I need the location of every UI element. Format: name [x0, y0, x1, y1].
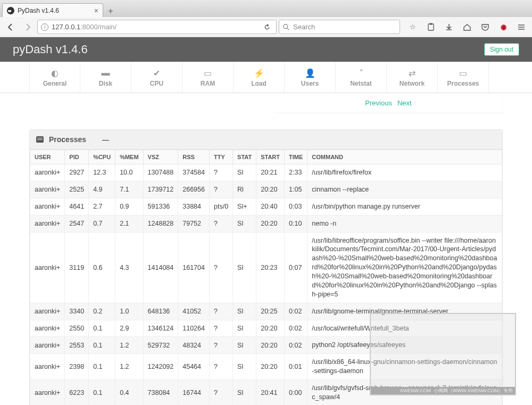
back-button[interactable] [3, 20, 18, 35]
nav-load[interactable]: ⚡Load [234, 62, 285, 93]
cell-cpu: 12.3 [89, 164, 115, 181]
sign-out-button[interactable]: Sign out [484, 43, 519, 56]
cell-mem: 0.4 [115, 380, 143, 406]
cell-cmd: /usr/bin/python manage.py runserver [307, 198, 502, 215]
cell-stat: Sl [233, 354, 256, 380]
browser-tab-bar: PyDash v1.4.6 × + [0, 0, 532, 17]
cell-vsz: 1307488 [143, 164, 178, 181]
panel-title: Processes [49, 135, 86, 144]
upper-pager-previous[interactable]: Previous [365, 99, 392, 107]
col-pid: PID [65, 150, 89, 164]
upper-pager-next[interactable]: Next [397, 99, 412, 107]
cell-cpu: 0.1 [89, 354, 115, 380]
nav-general[interactable]: ◐General [29, 62, 80, 93]
nav-network[interactable]: ⇄Network [387, 62, 438, 93]
svg-point-0 [284, 24, 288, 28]
cell-cmd: cinnamon --replace [307, 181, 502, 198]
cell-mem: 0.9 [115, 198, 143, 215]
col-vsz: VSZ [143, 150, 178, 164]
search-bar[interactable]: Search [279, 20, 400, 34]
info-icon[interactable]: i [41, 23, 48, 31]
reload-icon[interactable] [261, 23, 273, 31]
nav-netstat[interactable]: ˅Netstat [336, 62, 387, 93]
cell-stat: Sl [233, 320, 256, 337]
pinterest-icon[interactable]: ◉ [496, 20, 511, 35]
svg-rect-3 [430, 23, 433, 24]
cell-cpu: 0.1 [89, 337, 115, 354]
check-icon: ✔ [131, 68, 182, 78]
new-tab-button[interactable]: + [104, 5, 117, 17]
forward-button[interactable] [20, 20, 35, 35]
cell-rss: 48324 [178, 337, 210, 354]
cell-cpu: 0.2 [89, 303, 115, 320]
cell-pid: 3340 [65, 303, 89, 320]
tab-favicon [7, 7, 14, 14]
cell-start: 20:40 [256, 198, 285, 215]
cell-user: aaronki+ [30, 232, 65, 303]
cell-tty: ? [209, 215, 232, 232]
nav-users[interactable]: 👤Users [285, 62, 336, 93]
cell-cpu: 0.1 [89, 380, 115, 406]
home-icon[interactable] [460, 20, 475, 35]
cell-tty: ? [209, 320, 232, 337]
nav-cpu[interactable]: ✔CPU [131, 62, 182, 93]
cell-mem: 1.2 [115, 354, 143, 380]
col-rss: RSS [178, 150, 210, 164]
cell-pid: 6223 [65, 380, 89, 406]
clipboard-icon[interactable] [423, 20, 438, 35]
browser-tab[interactable]: PyDash v1.4.6 × [2, 3, 103, 17]
cell-rss: 161704 [178, 232, 210, 303]
cell-rss: 16744 [178, 380, 210, 406]
nav-ram[interactable]: ▭RAM [182, 62, 234, 93]
cell-rss: 79752 [178, 215, 210, 232]
pocket-icon[interactable] [478, 20, 493, 35]
col-stat: STAT [233, 150, 256, 164]
svg-line-1 [287, 28, 289, 30]
cell-tty: ? [209, 164, 232, 181]
url-bar[interactable]: i 127.0.0.1:8000/main/ [37, 20, 277, 34]
downloads-icon[interactable] [442, 20, 456, 35]
bookmark-star-icon[interactable]: ☆ [405, 20, 420, 35]
cell-vsz: 1739712 [143, 181, 178, 198]
menu-icon[interactable] [514, 20, 529, 35]
cell-time: 0:02 [285, 303, 307, 320]
close-icon[interactable]: × [94, 6, 98, 15]
nav-label: RAM [182, 80, 233, 87]
cell-pid: 4641 [65, 198, 89, 215]
cell-start: 20:41 [256, 380, 285, 406]
table-row: aaronki+31190.64.31414084161704?Sl20:230… [30, 232, 502, 303]
cell-start: 20:20 [256, 337, 285, 354]
disk-icon: ▬ [80, 68, 131, 78]
bolt-icon: ⚡ [234, 68, 284, 78]
nav-disk[interactable]: ▬Disk [80, 62, 131, 93]
cell-tty: ? [209, 181, 232, 198]
cell-rss: 33884 [178, 198, 210, 215]
collapse-icon[interactable]: — [102, 136, 109, 144]
cell-cpu: 2.7 [89, 198, 115, 215]
cell-user: aaronki+ [30, 337, 65, 354]
nav-label: General [30, 80, 80, 87]
cell-vsz: 648136 [143, 303, 178, 320]
cell-stat: Sl [233, 215, 256, 232]
cell-cpu: 0.1 [89, 320, 115, 337]
cell-mem: 7.1 [115, 181, 143, 198]
cell-pid: 2547 [65, 215, 89, 232]
cell-pid: 2553 [65, 337, 89, 354]
col-tty: TTY [209, 150, 232, 164]
cell-time: 0:10 [285, 215, 307, 232]
cell-tty: pts/0 [209, 198, 232, 215]
nav-label: Network [387, 80, 437, 87]
nav-label: Load [234, 80, 284, 87]
cell-time: 2:33 [285, 164, 307, 181]
cell-time: 0:03 [285, 198, 307, 215]
nav-processes[interactable]: ▭Processes [438, 62, 489, 93]
cell-start: 20:20 [256, 320, 285, 337]
cell-cpu: 0.6 [89, 232, 115, 303]
chevron-down-icon: ˅ [336, 68, 386, 78]
url-text: 127.0.0.1:8000/main/ [52, 23, 258, 31]
main-nav: ◐General▬Disk✔CPU▭RAM⚡Load👤Users˅Netstat… [0, 62, 532, 93]
col-start: START [256, 150, 285, 164]
cell-pid: 2550 [65, 320, 89, 337]
page-header: pyDash v1.4.6 Sign out [0, 37, 532, 62]
cell-time: 0:02 [285, 337, 307, 354]
